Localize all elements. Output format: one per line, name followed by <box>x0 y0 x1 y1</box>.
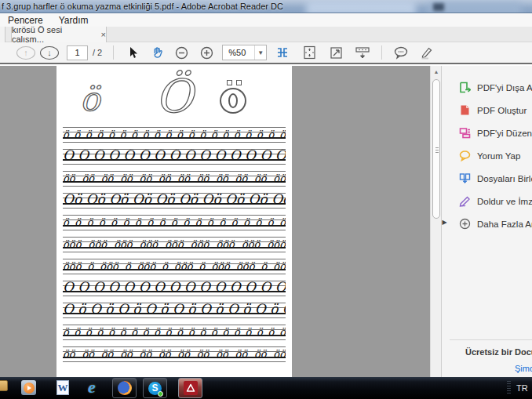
fit-width-icon[interactable] <box>326 43 345 62</box>
highlighter-tool-icon[interactable] <box>417 43 435 62</box>
practice-row: ööö ö ööö ö ööö ö ööö ö ööö ööö ö öö <box>63 259 286 274</box>
page-count-label: / 2 <box>93 48 102 57</box>
firefox-icon[interactable] <box>112 378 137 398</box>
practice-letters: ö ö ö ö ö ö ö ö ö ö ö ö ö ö ö ö ö ö ö ö <box>63 327 286 337</box>
taskbar-grip <box>507 381 511 395</box>
create-pdf-icon <box>459 104 471 116</box>
practice-row: Ö ö Ö ö Ö ö Ö ö Ö ö Ö ö Ö ö Ö ö Ö ö <box>63 303 286 318</box>
export-pdf-icon <box>459 82 471 93</box>
big-cursive-uppercase-o-umlaut: Ö <box>155 74 193 119</box>
scrollbar-grip <box>435 147 439 153</box>
hand-tool-icon[interactable] <box>148 43 167 62</box>
document-pane: ö Ö ö ö ö ö ö ö ö ö ö ö ö ö ö ö ö ö ö ö … <box>0 66 430 377</box>
practice-row: öö öö öö öö öö öö öö öö öö öö öö öö <box>63 171 286 187</box>
edit-pdf-icon <box>459 127 471 139</box>
practice-letters: öö öö öö öö öö öö öö öö öö öö öö öö <box>63 173 286 183</box>
practice-letters: ööö ö ööö ö ööö ö ööö ö ööö ööö ö öö <box>63 261 286 271</box>
more-tools-icon <box>459 218 471 230</box>
tool-label: Dosyaları Birleş <box>477 174 532 183</box>
next-page-icon[interactable]: ↓ <box>40 46 59 60</box>
practice-letters: Ö Ö Ö Ö Ö Ö Ö Ö Ö Ö Ö Ö Ö Ö Ö Ö Ö <box>63 281 286 294</box>
practice-row: ö ö ö ö ö ö ö ö ö ö ö ö ö ö ö ö ö ö ö <box>63 215 286 230</box>
document-scrollbar[interactable]: ▲ <box>430 66 441 377</box>
tool-comment[interactable]: Yorum Yap <box>442 144 532 167</box>
media-player-icon[interactable] <box>21 380 36 395</box>
window-title: f 3.grup harfler ö okuma yazma etkinliği… <box>2 2 283 11</box>
practice-letters: Öö Öö Öö Öö Öö Öö Öö Öö Öö Öö Ö <box>63 193 286 206</box>
zoom-level-value: %50 <box>223 48 254 57</box>
tool-label: Doldur ve İmzal <box>477 197 532 206</box>
practice-letters: Ö ö Ö ö Ö ö Ö ö Ö ö Ö ö Ö ö Ö ö Ö ö <box>63 303 286 316</box>
practice-letters: ö ö ö ö ö ö ö ö ö ö ö ö ö ö ö ö ö ö ö <box>63 217 286 227</box>
zoom-out-icon[interactable] <box>172 43 191 62</box>
promo-text: Ücretsiz bir Documen <box>465 347 532 357</box>
tool-fill-sign[interactable]: Doldur ve İmzal <box>442 190 532 212</box>
zoom-in-icon[interactable] <box>197 43 216 62</box>
acrobat-icon[interactable] <box>178 378 202 398</box>
tool-label: PDF'yi Düzenle <box>477 129 532 138</box>
select-tool-icon[interactable] <box>123 43 142 62</box>
practice-row: ö ö ö ö ö ö ö ö ö ö ö ö ö ö ö ö ö ö ö ö <box>63 325 286 340</box>
tool-edit-pdf[interactable]: PDF'yi Düzenle <box>442 122 532 144</box>
practice-letters: Ö Ö Ö Ö Ö Ö Ö Ö Ö Ö Ö Ö Ö Ö Ö Ö Ö <box>63 149 286 162</box>
windows-taskbar: W e S TR <box>0 377 532 399</box>
scrollbar-thumb[interactable] <box>432 79 440 219</box>
title-bar: f 3.grup harfler ö okuma yazma etkinliği… <box>0 0 532 13</box>
tool-label: Daha Fazla Araç <box>477 219 532 229</box>
folder-icon[interactable] <box>0 380 8 391</box>
practice-row: Ö Ö Ö Ö Ö Ö Ö Ö Ö Ö Ö Ö Ö Ö Ö Ö Ö <box>63 149 286 165</box>
tool-label: PDF'yi Dışa Akta <box>477 83 532 92</box>
scrolling-mode-icon[interactable] <box>273 43 292 62</box>
big-print-o-umlaut <box>220 80 248 116</box>
tool-create-pdf[interactable]: PDF Oluştur <box>442 99 532 122</box>
chevron-down-icon: ▼ <box>254 45 266 60</box>
practice-letters: öö öö öö öö öö öö öö öö öö öö öö öö <box>63 349 286 359</box>
tool-label: PDF Oluştur <box>477 106 527 115</box>
internet-explorer-icon[interactable]: e <box>88 379 96 394</box>
practice-row: ö ö ö ö ö ö ö ö ö ö ö ö ö ö ö ö ö ö ö ö <box>63 127 286 143</box>
fit-page-icon[interactable] <box>300 43 319 62</box>
tool-label: Yorum Yap <box>477 151 520 161</box>
practice-row: ööö ööö ööö ööö ööö ööö ööö ööö ööö <box>63 237 286 252</box>
scroll-up-icon[interactable]: ▲ <box>431 66 442 78</box>
practice-letters: ö ö ö ö ö ö ö ö ö ö ö ö ö ö ö ö ö ö ö ö <box>63 129 286 140</box>
language-indicator[interactable]: TR <box>516 383 528 393</box>
tab-close-icon[interactable]: × <box>101 31 106 39</box>
tab-bar: kırösü Ö sesi çalışm... × <box>0 27 532 42</box>
promo-link[interactable]: Şimdi <box>515 364 532 373</box>
practice-row: Ö Ö Ö Ö Ö Ö Ö Ö Ö Ö Ö Ö Ö Ö Ö Ö Ö <box>63 281 286 296</box>
practice-row: Öö Öö Öö Öö Öö Öö Öö Öö Öö Öö Ö <box>63 193 286 209</box>
tab-label: kırösü Ö sesi çalışm... <box>12 25 96 44</box>
hide-toolbar-icon[interactable] <box>353 43 372 62</box>
content-area: ö Ö ö ö ö ö ö ö ö ö ö ö ö ö ö ö ö ö ö ö … <box>0 66 532 377</box>
big-cursive-lowercase-o-umlaut: ö <box>80 83 100 116</box>
comment-tool-icon[interactable] <box>392 43 410 62</box>
tools-list: PDF'yi Dışa Akta PDF Oluştur PDF'yi Düze… <box>442 76 532 235</box>
practice-letters: ööö ööö ööö ööö ööö ööö ööö ööö ööö <box>63 239 286 249</box>
aero-blur-shape <box>433 3 444 11</box>
tools-panel: ▶ PDF'yi Dışa Akta PDF Oluştur PDF'yi Dü… <box>441 66 532 377</box>
tool-combine-files[interactable]: Dosyaları Birleş <box>442 167 532 190</box>
pdf-page[interactable]: ö Ö ö ö ö ö ö ö ö ö ö ö ö ö ö ö ö ö ö ö … <box>56 66 292 377</box>
aero-blur-shape <box>306 2 416 13</box>
document-tab[interactable]: kırösü Ö sesi çalışm... × <box>11 27 107 42</box>
previous-page-icon[interactable]: ↑ <box>16 46 35 60</box>
page-number-input[interactable] <box>67 45 88 60</box>
practice-row: öö öö öö öö öö öö öö öö öö öö öö öö <box>63 346 286 362</box>
main-toolbar: ↑ ↓ / 2 %50 ▼ <box>0 42 532 64</box>
fill-sign-icon <box>459 195 471 207</box>
panel-divider <box>450 339 532 340</box>
worksheet-header-letters: ö Ö <box>63 69 286 127</box>
word-icon[interactable]: W <box>56 380 69 395</box>
tool-more-tools[interactable]: Daha Fazla Araç <box>442 212 532 235</box>
zoom-level-dropdown[interactable]: %50 ▼ <box>222 45 267 60</box>
comment-bubble-icon <box>459 150 471 161</box>
tool-export-pdf[interactable]: PDF'yi Dışa Akta <box>442 76 532 99</box>
tab-partial-left[interactable] <box>0 27 5 42</box>
toolbar-separator <box>381 45 382 60</box>
skype-icon[interactable]: S <box>143 378 167 398</box>
combine-files-icon <box>459 172 471 184</box>
toolbar-separator <box>113 45 114 60</box>
